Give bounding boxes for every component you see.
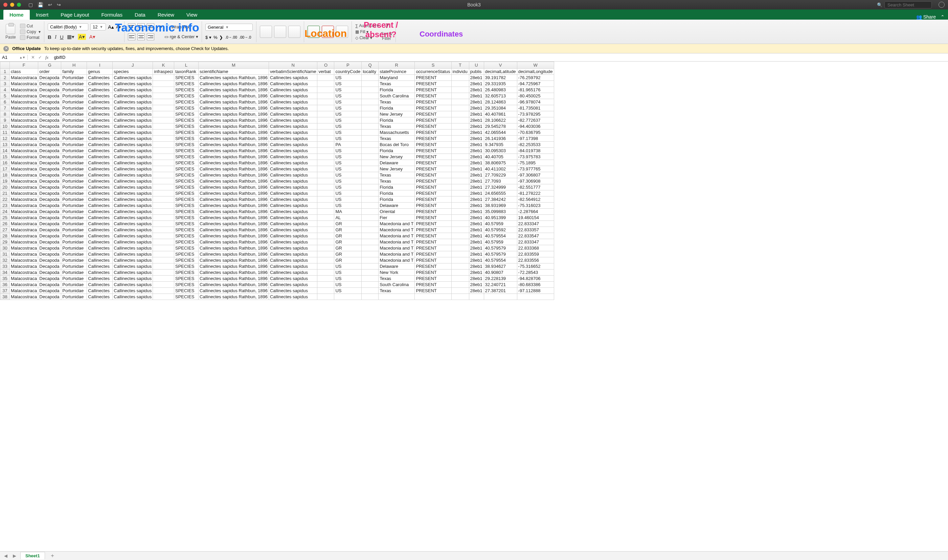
- cell[interactable]: Texas: [379, 178, 415, 184]
- cell[interactable]: Portunidae: [61, 117, 87, 123]
- cell[interactable]: [451, 172, 469, 178]
- underline-button[interactable]: U: [60, 34, 63, 40]
- row-header[interactable]: 30: [0, 245, 10, 251]
- cell[interactable]: US: [334, 123, 362, 129]
- cell[interactable]: 27.384242: [484, 197, 517, 203]
- cell[interactable]: Callinectes sapidus Rathbun, 1896: [198, 184, 269, 191]
- row-header[interactable]: 1: [0, 69, 10, 75]
- cell[interactable]: Portunidae: [61, 81, 87, 87]
- cell[interactable]: decimalLongitude: [517, 69, 554, 75]
- cell[interactable]: Callinectes: [87, 99, 113, 105]
- cell[interactable]: SPECIES: [174, 105, 198, 111]
- cell[interactable]: GR: [334, 233, 362, 239]
- cell[interactable]: Florida: [379, 148, 415, 154]
- cell[interactable]: Callinectes sapidus: [113, 257, 153, 263]
- cell[interactable]: Decapoda: [38, 227, 61, 233]
- merge-center-button[interactable]: ▭ rge & Center ▾: [165, 34, 198, 39]
- cell[interactable]: Callinectes sapidus: [113, 294, 153, 300]
- cell[interactable]: [318, 191, 334, 197]
- cell[interactable]: 28eb1: [469, 239, 484, 245]
- cell[interactable]: [451, 233, 469, 239]
- row-header[interactable]: 4: [0, 87, 10, 93]
- row-header[interactable]: 37: [0, 288, 10, 294]
- sheet-tab[interactable]: Sheet1: [20, 552, 45, 559]
- cell[interactable]: SPECIES: [174, 191, 198, 197]
- cell[interactable]: -75.316652: [517, 263, 554, 269]
- cell[interactable]: 40.90807: [484, 269, 517, 275]
- cell[interactable]: [153, 275, 174, 282]
- cell[interactable]: Callinectes sapidus Rathbun, 1896: [198, 282, 269, 288]
- cell[interactable]: PRESENT: [415, 275, 451, 282]
- cell[interactable]: US: [334, 178, 362, 184]
- cell[interactable]: [451, 111, 469, 117]
- cell[interactable]: [318, 221, 334, 227]
- cell[interactable]: [153, 233, 174, 239]
- cell[interactable]: Texas: [379, 172, 415, 178]
- cell[interactable]: Florida: [379, 191, 415, 197]
- cell[interactable]: Decapoda: [38, 275, 61, 282]
- cell[interactable]: SPECIES: [174, 178, 198, 184]
- cell[interactable]: [318, 148, 334, 154]
- row-header[interactable]: 14: [0, 148, 10, 154]
- cell[interactable]: -80.450025: [517, 93, 554, 99]
- cell[interactable]: -94.725967: [517, 81, 554, 87]
- cell[interactable]: Decapoda: [38, 239, 61, 245]
- row-header[interactable]: 34: [0, 269, 10, 275]
- cell[interactable]: Callinectes: [87, 129, 113, 135]
- cell[interactable]: 28eb1: [469, 154, 484, 160]
- cell[interactable]: Maryland: [379, 75, 415, 81]
- cell[interactable]: Callinectes sapidus: [269, 148, 318, 154]
- column-header[interactable]: I: [87, 62, 113, 69]
- column-header[interactable]: G: [38, 62, 61, 69]
- cell[interactable]: Callinectes: [87, 178, 113, 184]
- border-button[interactable]: ▦▾: [67, 34, 74, 40]
- cell[interactable]: -84.019738: [517, 148, 554, 154]
- cell[interactable]: -81.735081: [517, 105, 554, 111]
- cell[interactable]: PRESENT: [415, 148, 451, 154]
- cell[interactable]: Callinectes sapidus: [113, 172, 153, 178]
- cell[interactable]: [362, 245, 379, 251]
- row-header[interactable]: 29: [0, 239, 10, 245]
- cell[interactable]: SPECIES: [174, 129, 198, 135]
- cell[interactable]: Callinectes sapidus: [269, 184, 318, 191]
- cell[interactable]: [451, 135, 469, 142]
- cell[interactable]: [318, 184, 334, 191]
- cell[interactable]: Decapoda: [38, 160, 61, 166]
- cell[interactable]: Decapoda: [38, 117, 61, 123]
- cell[interactable]: [153, 288, 174, 294]
- cell[interactable]: PRESENT: [415, 81, 451, 87]
- cell[interactable]: -96.978074: [517, 99, 554, 105]
- cell[interactable]: Callinectes sapidus Rathbun, 1896: [198, 135, 269, 142]
- cell[interactable]: 28eb1: [469, 197, 484, 203]
- cell[interactable]: [451, 81, 469, 87]
- cell[interactable]: 38.931969: [484, 203, 517, 209]
- cell[interactable]: 28eb1: [469, 209, 484, 215]
- cell[interactable]: SPECIES: [174, 288, 198, 294]
- cell[interactable]: 22.833559: [517, 251, 554, 257]
- cell[interactable]: 40.57959: [484, 221, 517, 227]
- cell[interactable]: Malacostraca: [10, 203, 38, 209]
- cell[interactable]: Decapoda: [38, 148, 61, 154]
- cell[interactable]: 22.833347: [517, 221, 554, 227]
- cell[interactable]: [153, 221, 174, 227]
- cell[interactable]: [362, 251, 379, 257]
- cell[interactable]: Callinectes sapidus Rathbun, 1896: [198, 154, 269, 160]
- cell[interactable]: [318, 166, 334, 172]
- cell[interactable]: Callinectes sapidus: [113, 178, 153, 184]
- cell[interactable]: publis: [469, 69, 484, 75]
- cell[interactable]: 40.407861: [484, 111, 517, 117]
- cell[interactable]: Malacostraca: [10, 172, 38, 178]
- cell[interactable]: Callinectes sapidus: [113, 166, 153, 172]
- cell[interactable]: 28eb1: [469, 117, 484, 123]
- cell[interactable]: 29.228139: [484, 275, 517, 282]
- cell[interactable]: SPECIES: [174, 263, 198, 269]
- cell[interactable]: [451, 123, 469, 129]
- cell[interactable]: Callinectes sapidus: [113, 160, 153, 166]
- cell[interactable]: [362, 221, 379, 227]
- cell[interactable]: 28eb1: [469, 233, 484, 239]
- cell[interactable]: 28eb1: [469, 257, 484, 263]
- close-icon[interactable]: ✕: [3, 46, 9, 51]
- cell[interactable]: 35.099883: [484, 209, 517, 215]
- cell[interactable]: Decapoda: [38, 215, 61, 221]
- cell[interactable]: 28eb1: [469, 135, 484, 142]
